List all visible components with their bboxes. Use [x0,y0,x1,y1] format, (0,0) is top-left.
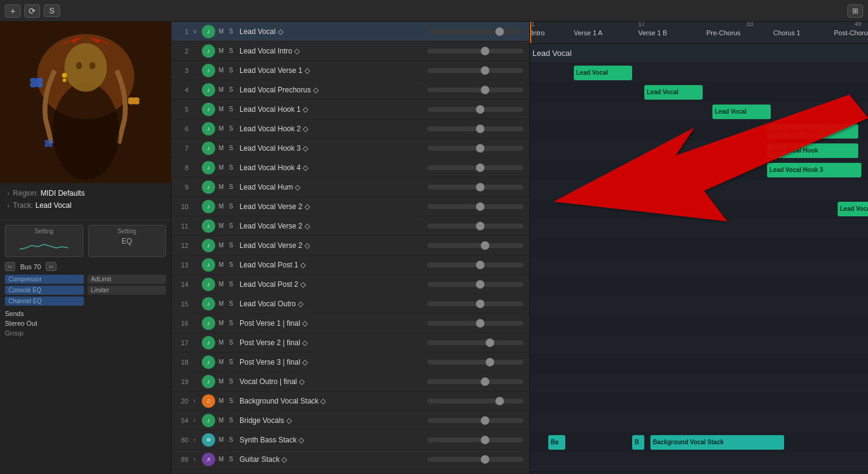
track-solo[interactable]: S [226,184,236,190]
track-fader[interactable] [424,379,527,384]
timeline-region[interactable]: Background Vocal Stack [650,435,784,450]
timeline-track-row[interactable]: Lead Vocal [530,63,868,83]
track-row[interactable]: 15 ♪ M S Lead Vocal Outro ◇ [171,294,529,314]
track-fader-knob[interactable] [476,144,484,153]
track-fader-knob[interactable] [481,86,489,94]
track-row[interactable]: 6 ♪ M S Lead Vocal Hook 2 ◇ [171,119,529,139]
track-mute[interactable]: M [216,359,226,365]
track-solo[interactable]: S [226,125,236,132]
timeline-track-row[interactable] [530,258,868,277]
track-mute[interactable]: M [216,417,226,424]
track-expand[interactable]: › [188,417,201,424]
timeline-track-row[interactable] [530,355,868,374]
track-fader[interactable] [424,282,527,287]
track-fader[interactable] [424,301,527,306]
track-mute[interactable]: M [216,397,226,404]
timeline-region[interactable]: Lead Vocal [644,85,703,100]
track-mute[interactable]: M [216,300,226,307]
track-mute[interactable]: M [216,28,226,35]
track-fader[interactable] [424,88,527,92]
track-mute[interactable]: M [216,320,226,326]
track-chevron[interactable]: › [7,202,9,209]
track-solo[interactable]: S [226,67,236,74]
track-solo[interactable]: S [226,164,236,171]
track-row[interactable]: 5 ♪ M S Lead Vocal Hook 1 ◇ [171,100,529,119]
timeline-track-row[interactable]: Lead Vocal Hook [530,122,868,141]
track-solo[interactable]: S [226,222,236,229]
track-solo[interactable]: S [226,417,236,424]
track-fader-knob[interactable] [481,47,489,55]
track-row[interactable]: 2 ♪ M S Lead Vocal Intro ◇ [171,41,529,61]
track-solo[interactable]: S [226,203,236,210]
track-mute[interactable]: M [216,339,226,346]
track-mute[interactable]: M [216,47,226,54]
track-row[interactable]: 8 ♪ M S Lead Vocal Hook 4 ◇ [171,158,529,177]
track-solo[interactable]: S [226,359,236,365]
timeline-track-row[interactable] [530,297,868,316]
timeline-track-row[interactable]: BaBBackground Vocal StackB [530,433,868,452]
track-mute[interactable]: M [216,456,226,462]
track-mute[interactable]: M [216,222,226,229]
track-fader-knob[interactable] [476,261,484,269]
track-solo[interactable]: S [226,242,236,249]
track-mute[interactable]: M [216,281,226,287]
track-fader[interactable] [424,126,527,131]
track-fader[interactable] [424,68,527,73]
timeline-region[interactable]: Lead Vocal [712,105,771,119]
track-fader[interactable] [424,165,527,170]
track-expand[interactable]: › [188,397,201,404]
timeline-track-row[interactable] [530,238,868,258]
track-mute[interactable]: M [216,145,226,151]
track-row[interactable]: 18 ♪ M S Post Verse 3 | final ◇ [171,352,529,372]
track-row[interactable]: 89 › ♬ M S Guitar Stack ◇ [171,450,529,469]
track-fader[interactable] [424,243,527,248]
track-solo[interactable]: S [226,106,236,112]
timeline-track-row[interactable] [530,394,868,413]
track-expand[interactable]: ∨ [188,28,201,35]
track-mute[interactable]: M [216,67,226,74]
track-solo[interactable]: S [226,145,236,151]
track-row[interactable]: 54 › ♪ M S Bridge Vocals ◇ [171,411,529,430]
timeline-track-row[interactable]: Lead Vocal Hook [530,141,868,160]
timeline-region[interactable]: Lead Vocal [574,66,632,80]
track-expand[interactable]: › [188,436,201,443]
timeline-track-row[interactable] [530,277,868,297]
track-row[interactable]: 14 ♪ M S Lead Vocal Post 2 ◇ [171,275,529,294]
timeline-region[interactable]: Lead Vocal Hook 3 [767,163,861,177]
track-fader[interactable] [424,457,527,462]
track-fader-knob[interactable] [476,105,484,114]
track-row[interactable]: 11 ♪ M S Lead Vocal Verse 2 ◇ [171,216,529,236]
track-fader-knob[interactable] [481,66,489,75]
compressor-button[interactable]: Compressor [5,275,84,284]
track-fader[interactable] [424,321,527,326]
track-row[interactable]: 12 ♪ M S Lead Vocal Verse 2 ◇ [171,236,529,255]
timeline-track-row[interactable]: Sub PhattySynth Bass Stack [530,472,868,474]
timeline-region[interactable]: Lead Vocal Hook [767,143,858,158]
track-fader[interactable] [424,204,527,209]
track-fader-knob[interactable] [476,222,484,230]
track-fader[interactable] [424,224,527,228]
track-mute[interactable]: M [216,242,226,249]
track-row[interactable]: 9 ♪ M S Lead Vocal Hum ◇ [171,177,529,197]
track-solo[interactable]: S [226,86,236,93]
track-fader[interactable] [424,263,527,267]
loop-button[interactable]: ⟳ [24,4,40,18]
track-solo[interactable]: S [226,320,236,326]
track-mute[interactable]: M [216,203,226,210]
timeline-track-row[interactable]: Lead Vocal Hook 3 [530,160,868,180]
timeline-region[interactable]: Ba [548,435,565,450]
track-solo[interactable]: S [226,456,236,462]
timeline-track-row[interactable] [530,316,868,335]
track-mute[interactable]: M [216,436,226,443]
track-row[interactable]: 1 ∨ ♪ M S Lead Vocal ◇ [171,22,529,41]
track-solo[interactable]: S [226,28,236,35]
track-row[interactable]: 3 ♪ M S Lead Vocal Verse 1 ◇ [171,61,529,80]
track-fader[interactable] [424,185,527,190]
timeline-track-row[interactable] [530,374,868,394]
region-chevron[interactable]: › [7,190,9,197]
track-fader-knob[interactable] [476,300,484,308]
track-fader[interactable] [424,340,527,345]
track-row[interactable]: 19 ♪ M S Vocal Outro | final ◇ [171,372,529,391]
track-fader-knob[interactable] [481,241,489,250]
track-row[interactable]: 80 › ≋ M S Synth Bass Stack ◇ [171,430,529,450]
